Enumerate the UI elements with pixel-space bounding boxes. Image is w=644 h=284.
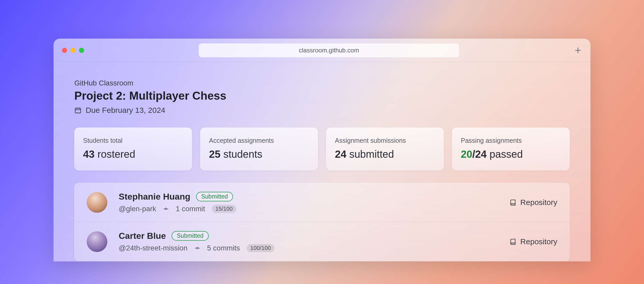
- stat-value: 20/24 passed: [461, 148, 561, 160]
- close-window-button[interactable]: [62, 48, 67, 53]
- minimize-window-button[interactable]: [70, 48, 76, 53]
- status-badge: Submitted: [196, 192, 233, 201]
- stat-label: Students total: [83, 137, 183, 144]
- avatar[interactable]: [87, 192, 107, 213]
- stat-value: 43 rostered: [83, 148, 183, 160]
- student-row: Carter Blue Submitted @24th-street-missi…: [74, 222, 570, 261]
- address-bar[interactable]: classroom.github.com: [199, 43, 459, 57]
- repository-link[interactable]: Repository: [510, 198, 557, 207]
- page-title: Project 2: Multiplayer Chess: [74, 89, 570, 102]
- stat-value: 25 students: [209, 148, 309, 160]
- stat-label: Accepted assignments: [209, 137, 309, 144]
- window-controls: [62, 48, 84, 53]
- commit-count: 1 commit: [176, 205, 205, 213]
- student-info: Carter Blue Submitted @24th-street-missi…: [119, 231, 510, 252]
- breadcrumb[interactable]: GitHub Classroom: [74, 79, 570, 87]
- stat-value: 24 submitted: [335, 148, 435, 160]
- student-name[interactable]: Stephanie Huang: [119, 192, 190, 202]
- maximize-window-button[interactable]: [79, 48, 84, 53]
- calendar-icon: [74, 107, 82, 114]
- student-info: Stephanie Huang Submitted @glen-park 1 c…: [119, 192, 510, 213]
- repository-label: Repository: [520, 198, 557, 207]
- student-handle[interactable]: @24th-street-mission: [119, 244, 188, 252]
- stat-label: Assignment submissions: [335, 137, 435, 144]
- url-text: classroom.github.com: [299, 47, 359, 54]
- student-handle[interactable]: @glen-park: [119, 205, 156, 213]
- commit-count: 5 commits: [207, 244, 240, 252]
- svg-rect-2: [75, 108, 81, 113]
- stat-card-students-total: Students total 43 rostered: [74, 128, 192, 170]
- page-content: GitHub Classroom Project 2: Multiplayer …: [54, 62, 590, 261]
- due-date: Due February 13, 2024: [74, 106, 570, 115]
- stat-card-accepted: Accepted assignments 25 students: [200, 128, 318, 170]
- browser-window: classroom.github.com GitHub Classroom Pr…: [54, 39, 590, 261]
- student-list: Stephanie Huang Submitted @glen-park 1 c…: [74, 183, 570, 261]
- student-row: Stephanie Huang Submitted @glen-park 1 c…: [74, 183, 570, 222]
- commit-icon: [194, 245, 200, 251]
- repo-icon: [510, 199, 516, 206]
- avatar[interactable]: [87, 231, 107, 252]
- repo-icon: [510, 238, 516, 245]
- score-pill: 100/100: [247, 244, 275, 252]
- stat-card-submissions: Assignment submissions 24 submitted: [326, 128, 444, 170]
- stat-label: Passing assignments: [461, 137, 561, 144]
- due-date-text: Due February 13, 2024: [86, 106, 165, 115]
- svg-point-9: [197, 247, 198, 249]
- stats-row: Students total 43 rostered Accepted assi…: [74, 128, 570, 170]
- status-badge: Submitted: [172, 231, 209, 241]
- new-tab-icon[interactable]: [574, 46, 582, 54]
- student-name[interactable]: Carter Blue: [119, 231, 166, 241]
- repository-label: Repository: [520, 237, 557, 246]
- score-pill: 15/100: [212, 205, 236, 213]
- commit-icon: [163, 206, 169, 212]
- repository-link[interactable]: Repository: [510, 237, 557, 246]
- svg-point-6: [165, 208, 167, 210]
- titlebar: classroom.github.com: [54, 39, 590, 62]
- stat-card-passing: Passing assignments 20/24 passed: [452, 128, 570, 170]
